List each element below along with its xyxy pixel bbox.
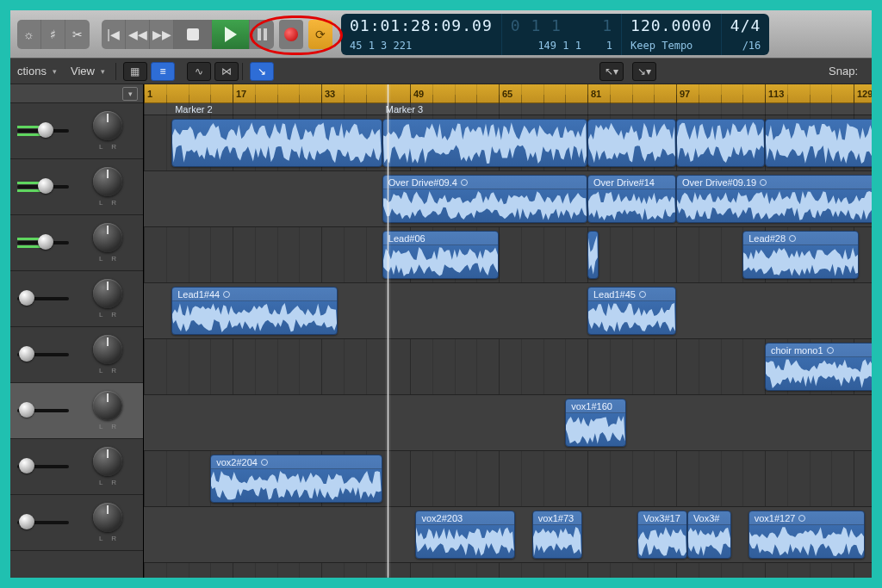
go-to-start-button[interactable]: |◀ <box>102 20 126 49</box>
record-icon <box>284 28 298 41</box>
bar-ruler[interactable]: 1173349658197113129145 <box>144 84 872 103</box>
audio-region[interactable]: Lead1#44 <box>171 287 338 335</box>
audio-region[interactable]: Lead#28 <box>742 231 859 279</box>
track-header[interactable]: LR <box>10 215 143 271</box>
pan-knob[interactable] <box>93 503 122 532</box>
catch-playhead-icon[interactable]: ↘︎ <box>250 62 274 81</box>
display-settings-icon[interactable]: ☼ <box>17 20 41 49</box>
track-header[interactable]: LR <box>10 271 143 327</box>
audio-region[interactable] <box>587 119 676 167</box>
region-name: vox1#127 <box>755 513 796 523</box>
audio-region[interactable]: Over Drive#14 <box>587 175 676 223</box>
track-lane[interactable]: ••• <box>144 115 872 171</box>
track-lane[interactable]: vox2#204 <box>144 451 872 507</box>
volume-fader[interactable] <box>10 159 76 214</box>
audio-region[interactable]: choir mono1 <box>765 343 872 391</box>
pause-button[interactable] <box>250 20 274 49</box>
region-name: Over Drive#09.19 <box>682 177 756 188</box>
automation-curve-icon[interactable]: ∿ <box>187 62 211 81</box>
volume-fader[interactable] <box>10 383 76 438</box>
logic-pro-window: ☼ ♯ ✂ |◀ ◀◀ ▶▶ ⟳ 01:01:28:09.09 45 1 3 2… <box>10 10 872 578</box>
cycle-button[interactable]: ⟳ <box>308 20 332 49</box>
track-header[interactable]: LR <box>10 327 143 383</box>
pan-knob[interactable] <box>93 447 122 476</box>
scissors-icon[interactable]: ✂ <box>65 20 90 49</box>
track-lane[interactable]: Over Drive#09.4Over Drive#14Over Drive#0… <box>144 171 872 227</box>
audio-region[interactable] <box>171 119 382 167</box>
tempo-mode[interactable]: Keep Tempo <box>630 40 712 52</box>
volume-fader[interactable] <box>10 439 76 494</box>
track-header[interactable]: LR <box>10 495 143 551</box>
pan-knob[interactable] <box>93 223 122 252</box>
audio-region[interactable]: ••• <box>765 119 872 167</box>
audio-region[interactable] <box>382 119 587 167</box>
pan-lr-label: LR <box>90 367 125 374</box>
time-signature[interactable]: 4/4 <box>730 17 761 34</box>
loop-icon <box>461 179 468 186</box>
audio-region[interactable]: Vox3#17 <box>637 511 687 559</box>
volume-fader[interactable] <box>10 215 76 270</box>
division[interactable]: /16 <box>730 40 761 52</box>
region-name: choir mono1 <box>771 345 823 356</box>
track-lane[interactable]: Lead1#44Lead1#45 <box>144 283 872 339</box>
track-header[interactable]: LR <box>10 159 143 215</box>
snap-label[interactable]: Snap: <box>822 65 865 77</box>
playhead[interactable] <box>388 84 388 578</box>
locator-top[interactable]: 0 1 1 1 <box>511 17 612 34</box>
region-name: vox2#203 <box>421 513 463 523</box>
volume-fader[interactable] <box>10 327 76 382</box>
pointer-tool[interactable]: ↖▾ <box>599 62 624 81</box>
track-header[interactable]: LR <box>10 103 143 159</box>
record-button[interactable] <box>279 20 303 49</box>
pan-lr-label: LR <box>90 479 125 486</box>
track-header[interactable]: LR <box>10 383 143 439</box>
timecode-secondary[interactable]: 45 1 3 221 <box>350 40 493 52</box>
pan-knob[interactable] <box>93 111 122 140</box>
audio-region[interactable] <box>587 231 599 279</box>
audio-region[interactable]: vox1#127 <box>748 511 865 559</box>
pan-knob[interactable] <box>93 391 122 420</box>
ruler-tick: 17 <box>233 84 246 102</box>
pan-knob[interactable] <box>93 335 122 364</box>
functions-menu[interactable]: ctions <box>10 59 64 84</box>
audio-region[interactable]: vox2#203 <box>415 511 515 559</box>
secondary-tool[interactable]: ↘▾ <box>632 62 656 81</box>
tempo-value[interactable]: 120.0000 <box>630 17 712 34</box>
audio-region[interactable] <box>676 119 765 167</box>
stop-button[interactable] <box>174 20 212 49</box>
track-header-options-icon[interactable]: ▾ <box>122 87 138 101</box>
cycle-range[interactable] <box>144 84 299 89</box>
grid-view-icon[interactable]: ▦ <box>123 62 147 81</box>
marker[interactable]: Marker 2 <box>171 103 212 115</box>
forward-button[interactable]: ▶▶ <box>150 20 174 49</box>
mixer-icon[interactable]: ♯ <box>41 20 65 49</box>
flex-icon[interactable]: ⋈ <box>214 62 239 81</box>
view-menu[interactable]: View <box>64 59 112 84</box>
audio-region[interactable]: Vox3# <box>687 511 732 559</box>
locator-bottom[interactable]: 149 1 1 1 <box>511 40 612 52</box>
audio-region[interactable]: vox1#160 <box>565 399 626 447</box>
region-view-icon[interactable]: ≡ <box>151 62 175 81</box>
ruler-tick: 1 <box>144 84 152 102</box>
play-button[interactable] <box>212 20 250 49</box>
volume-fader[interactable] <box>10 103 76 158</box>
volume-fader[interactable] <box>10 495 76 550</box>
audio-region[interactable]: Over Drive#09.4 <box>382 175 587 223</box>
track-lane[interactable]: Lead#06Lead#28 <box>144 227 872 283</box>
track-header[interactable]: LR <box>10 439 143 495</box>
volume-fader[interactable] <box>10 271 76 326</box>
audio-region[interactable]: Lead1#45 <box>587 287 676 335</box>
pan-knob[interactable] <box>93 167 122 196</box>
audio-region[interactable]: vox1#73 <box>532 511 582 559</box>
track-lane[interactable]: vox2#203vox1#73Vox3#17Vox3#vox1#127vo <box>144 507 872 563</box>
audio-region[interactable]: vox2#204 <box>210 455 382 503</box>
track-lane[interactable]: choir mono1 <box>144 339 872 395</box>
audio-region[interactable]: Over Drive#09.19 <box>676 175 872 223</box>
marker-track[interactable]: Marker 2Marker 3 <box>144 103 872 115</box>
rewind-button[interactable]: ◀◀ <box>126 20 150 49</box>
audio-region[interactable]: Lead#06 <box>382 231 499 279</box>
pan-knob[interactable] <box>93 279 122 308</box>
pan-lr-label: LR <box>90 143 125 151</box>
track-lane[interactable]: vox1#160 <box>144 395 872 451</box>
timecode-primary[interactable]: 01:01:28:09.09 <box>350 17 493 34</box>
